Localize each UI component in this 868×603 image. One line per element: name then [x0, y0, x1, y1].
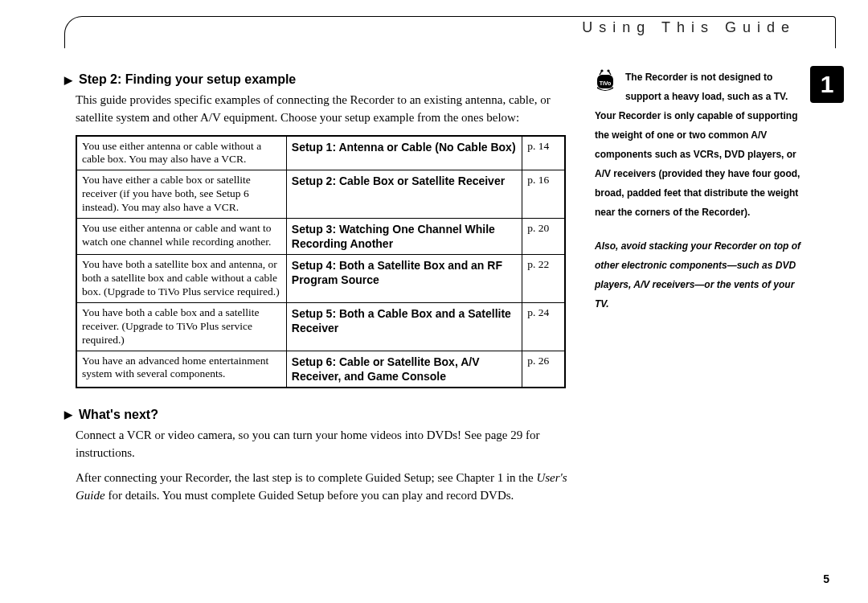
page-number: 5	[823, 572, 829, 585]
setup-page: p. 24	[522, 302, 565, 351]
chapter-number-badge: 1	[810, 66, 844, 103]
section-heading-text: What's next?	[79, 408, 158, 422]
table-row: You have both a cable box and a satellit…	[76, 302, 565, 351]
sidebar-line: support a heavy load, such as a TV.	[625, 87, 788, 106]
main-content: ▶ Step 2: Finding your setup example Thi…	[64, 72, 579, 513]
tivo-logo-icon: TiVo	[595, 68, 617, 100]
svg-point-3	[607, 69, 609, 72]
arrow-icon: ▶	[64, 408, 72, 420]
svg-point-2	[600, 69, 603, 72]
table-row: You use either antenna or cable and want…	[76, 218, 565, 254]
sidebar-p2: Also, avoid stacking your Recorder on to…	[595, 236, 804, 314]
whats-next-p2: After connecting your Recorder, the last…	[76, 470, 579, 505]
section-heading-step2: ▶ Step 2: Finding your setup example	[64, 72, 579, 87]
setup-page: p. 26	[522, 351, 565, 388]
whats-next-p1: Connect a VCR or video camera, so you ca…	[76, 427, 579, 462]
table-row: You have both a satellite box and antenn…	[76, 255, 565, 303]
setup-label: Setup 6: Cable or Satellite Box, A/V Rec…	[286, 351, 522, 388]
section-heading-text: Step 2: Finding your setup example	[79, 72, 296, 87]
setup-desc: You have both a satellite box and antenn…	[76, 255, 286, 303]
setup-label: Setup 1: Antenna or Cable (No Cable Box)	[286, 136, 522, 170]
sidebar-line: The Recorder is not designed to	[625, 68, 788, 87]
setup-examples-table: You use either antenna or cable without …	[76, 135, 566, 388]
header-title: Using This Guide	[582, 19, 796, 36]
table-row: You have either a cable box or satellite…	[76, 170, 565, 219]
section1-intro: This guide provides specific examples of…	[76, 92, 579, 127]
svg-text:TiVo: TiVo	[600, 80, 612, 86]
setup-desc: You have both a cable box and a satellit…	[76, 302, 286, 351]
sidebar-p1-rest: Your Recorder is only capable of support…	[595, 106, 804, 222]
setup-desc: You use either antenna or cable and want…	[76, 218, 286, 254]
table-row: You use either antenna or cable without …	[76, 136, 565, 170]
setup-page: p. 22	[522, 255, 565, 303]
arrow-icon: ▶	[64, 74, 72, 86]
sidebar-note: TiVo The Recorder is not designed to sup…	[595, 68, 804, 314]
setup-page: p. 20	[522, 218, 565, 254]
section-heading-whats-next: ▶ What's next?	[64, 408, 579, 422]
setup-label: Setup 4: Both a Satellite Box and an RF …	[286, 255, 522, 303]
text-span: for details. You must complete Guided Se…	[105, 489, 514, 502]
setup-desc: You have either a cable box or satellite…	[76, 170, 286, 219]
setup-label: Setup 5: Both a Cable Box and a Satellit…	[286, 302, 522, 351]
table-row: You have an advanced home entertainment …	[76, 351, 565, 388]
setup-label: Setup 2: Cable Box or Satellite Receiver	[286, 170, 522, 219]
setup-page: p. 16	[522, 170, 565, 219]
setup-page: p. 14	[522, 136, 565, 170]
text-span: After connecting your Recorder, the last…	[76, 471, 536, 484]
setup-label: Setup 3: Watching One Channel While Reco…	[286, 218, 522, 254]
setup-desc: You use either antenna or cable without …	[76, 136, 286, 170]
setup-desc: You have an advanced home entertainment …	[76, 351, 286, 388]
